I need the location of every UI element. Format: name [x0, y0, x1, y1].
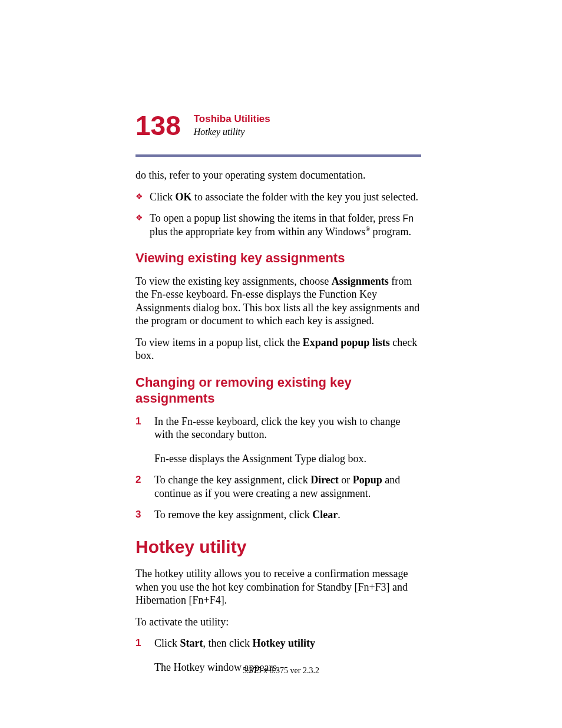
step-body: To remove the key assignment, click Clea… — [154, 508, 421, 522]
intro-tail: do this, refer to your operating system … — [135, 169, 421, 182]
num-item: 1 In the Fn-esse keyboard, click the key… — [135, 415, 421, 442]
text-bold: Direct — [310, 474, 339, 486]
text-bold: Assignments — [332, 275, 389, 287]
fn-key: Fn — [402, 213, 414, 223]
text-bold: Expand popup lists — [303, 337, 390, 348]
step-number: 1 — [135, 637, 154, 650]
step-body: In the Fn-esse keyboard, click the key y… — [154, 415, 421, 442]
text-bold: Hotkey utility — [252, 637, 315, 649]
page-header: 138 Toshiba Utilities Hotkey utility — [135, 112, 421, 139]
paragraph: To activate the utility: — [135, 615, 421, 629]
bullet-icon: ❖ — [135, 190, 150, 204]
page-number: 138 — [135, 112, 181, 139]
bullet-body: To open a popup list showing the items i… — [150, 212, 421, 238]
step-number: 1 — [135, 415, 154, 442]
text: Click — [150, 191, 176, 203]
text-bold: Clear — [312, 509, 338, 521]
num-item: 3 To remove the key assignment, click Cl… — [135, 508, 421, 522]
text: or — [339, 474, 353, 486]
text-bold: Popup — [353, 474, 382, 486]
text: To view the existing key assignments, ch… — [135, 275, 332, 287]
text-bold: OK — [176, 191, 192, 203]
paragraph: To view items in a popup list, click the… — [135, 336, 421, 363]
text: To open a popup list showing the items i… — [150, 212, 402, 224]
header-rule — [135, 154, 421, 157]
header-text: Toshiba Utilities Hotkey utility — [194, 113, 270, 137]
text: To change the key assignment, click — [154, 474, 310, 486]
paragraph: The hotkey utility allows you to receive… — [135, 567, 421, 607]
paragraph: To view the existing key assignments, ch… — [135, 275, 421, 328]
text: plus the appropriate key from within any… — [150, 226, 365, 238]
registered-mark: ® — [365, 226, 370, 232]
heading-changing: Changing or removing existing key assign… — [135, 374, 421, 407]
heading-viewing: Viewing existing key assignments — [135, 250, 421, 266]
num-item: 2 To change the key assignment, click Di… — [135, 473, 421, 500]
text: . — [338, 509, 340, 521]
step-sub: Fn-esse displays the Assignment Type dia… — [154, 452, 421, 466]
heading-hotkey: Hotkey utility — [135, 536, 421, 558]
text: to associate the folder with the key you… — [192, 191, 418, 203]
bullet-body: Click OK to associate the folder with th… — [150, 190, 421, 204]
page-footer: 5.375 x 8.375 ver 2.3.2 — [0, 666, 562, 676]
num-item: 1 Click Start, then click Hotkey utility — [135, 637, 421, 650]
step-body: To change the key assignment, click Dire… — [154, 473, 421, 500]
document-page: 138 Toshiba Utilities Hotkey utility do … — [0, 0, 562, 728]
text: program. — [370, 226, 411, 238]
text-bold: Start — [180, 637, 203, 649]
page-content: do this, refer to your operating system … — [135, 169, 421, 682]
bullet-icon: ❖ — [135, 212, 150, 238]
step-number: 3 — [135, 508, 154, 522]
section-title: Hotkey utility — [194, 127, 270, 137]
step-body: Click Start, then click Hotkey utility — [154, 637, 421, 650]
text: To remove the key assignment, click — [154, 509, 312, 521]
bullet-item: ❖ To open a popup list showing the items… — [135, 212, 421, 238]
step-number: 2 — [135, 473, 154, 500]
bullet-item: ❖ Click OK to associate the folder with … — [135, 190, 421, 204]
text: , then click — [203, 637, 253, 649]
text: Click — [154, 637, 180, 649]
chapter-title: Toshiba Utilities — [194, 113, 270, 125]
text: To view items in a popup list, click the — [135, 337, 303, 348]
